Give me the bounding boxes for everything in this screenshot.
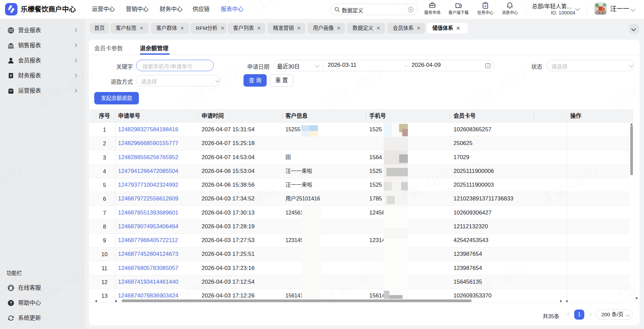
svg-text:?: ?: [10, 301, 12, 306]
